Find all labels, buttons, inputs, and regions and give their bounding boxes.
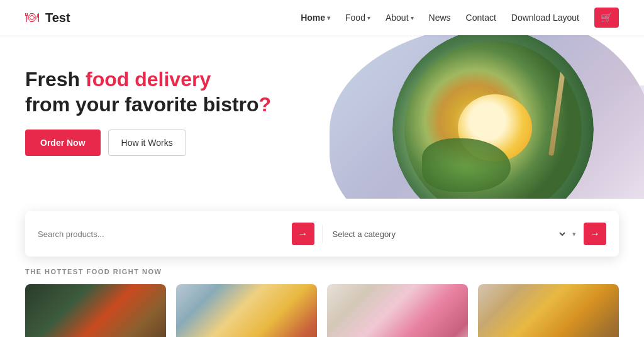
nav-links: Home ▾ Food ▾ About ▾ News Contact Downl…: [301, 8, 619, 28]
food-card[interactable]: Maze-Men $13.50: [25, 284, 166, 337]
cart-button[interactable]: 🛒: [594, 8, 619, 28]
nav-home[interactable]: Home ▾: [301, 13, 330, 23]
brand-name: Test: [45, 11, 70, 25]
food-image-img-ramen: [25, 284, 166, 337]
food-card-image: [478, 284, 619, 337]
hero-content: Fresh food delivery from your favorite b…: [25, 60, 271, 156]
brand: 🍽 Test: [25, 9, 70, 26]
chevron-down-icon: ▾: [411, 14, 414, 21]
category-select-wrap: Select a category ▾: [330, 229, 577, 240]
hero-buttons: Order Now How it Works: [25, 130, 271, 156]
hottest-label: THE HOTTEST FOOD RIGHT NOW: [25, 268, 619, 275]
food-card-image: [327, 284, 468, 337]
chevron-down-icon: ▾: [572, 230, 576, 238]
nav-about[interactable]: About ▾: [386, 13, 414, 23]
food-image-img-waffles: [176, 284, 317, 337]
order-now-button[interactable]: Order Now: [25, 130, 101, 156]
chevron-down-icon: ▾: [367, 14, 370, 21]
food-grid: Maze-Men $13.50 Belgian Waffles $12.00 D…: [25, 284, 619, 337]
search-section: → Select a category ▾ →: [25, 211, 619, 257]
nav-contact[interactable]: Contact: [466, 13, 496, 23]
hero-title: Fresh food delivery from your favorite b…: [25, 67, 271, 117]
chevron-down-icon: ▾: [327, 14, 330, 21]
search-submit-button[interactable]: →: [292, 223, 314, 245]
nav-food[interactable]: Food ▾: [345, 13, 370, 23]
navbar: 🍽 Test Home ▾ Food ▾ About ▾ News Contac…: [0, 0, 644, 35]
search-input[interactable]: [38, 229, 284, 239]
search-divider: [322, 224, 323, 243]
how-it-works-button[interactable]: How it Works: [108, 130, 186, 156]
food-image-img-donuts: [327, 284, 468, 337]
food-card[interactable]: Hokkaido $10.00: [478, 284, 619, 337]
food-card[interactable]: Belgian Waffles $12.00: [176, 284, 317, 337]
hero-section: Fresh food delivery from your favorite b…: [0, 35, 644, 199]
food-plate-inner: [404, 41, 582, 199]
food-card[interactable]: Doughnuts $3.00: [327, 284, 468, 337]
food-plate: [392, 35, 594, 199]
hero-food-image: [392, 35, 594, 199]
nav-download-layout[interactable]: Download Layout: [511, 13, 579, 23]
search-input-wrap: [38, 229, 284, 239]
food-image-img-hokkaido: [478, 284, 619, 337]
category-submit-button[interactable]: →: [584, 223, 606, 245]
brand-logo-icon: 🍽: [25, 9, 39, 26]
category-select[interactable]: Select a category: [330, 229, 568, 240]
food-card-image: [25, 284, 166, 337]
nav-news[interactable]: News: [429, 13, 451, 23]
fork-icon: [548, 59, 567, 156]
hottest-section: THE HOTTEST FOOD RIGHT NOW Maze-Men $13.…: [0, 257, 644, 337]
food-card-image: [176, 284, 317, 337]
